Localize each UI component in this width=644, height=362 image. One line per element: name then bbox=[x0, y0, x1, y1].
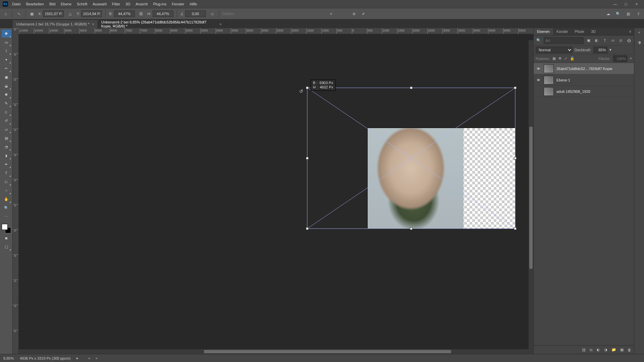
panel-tab-kanäle[interactable]: Kanäle bbox=[553, 28, 571, 35]
vertical-scrollbar[interactable] bbox=[529, 40, 533, 349]
color-panel-icon[interactable]: ◑ bbox=[636, 40, 643, 47]
share-icon[interactable]: ⇪ bbox=[635, 11, 641, 17]
menu-hilfe[interactable]: Hilfe bbox=[187, 1, 200, 7]
crop-tool[interactable]: ✂ bbox=[2, 64, 11, 72]
menu-ansicht[interactable]: Ansicht bbox=[133, 1, 150, 7]
marquee-tool[interactable]: ▭ bbox=[2, 38, 11, 46]
transform-angle-input[interactable] bbox=[185, 10, 206, 17]
transform-bounding-box[interactable] bbox=[307, 88, 515, 229]
menu-3d[interactable]: 3D bbox=[123, 1, 133, 7]
document-tab[interactable]: Unbenannt-1 bei 18,7% (Gruppe 1, RGB/8) … bbox=[13, 20, 98, 28]
filter-image-icon[interactable]: ▣ bbox=[586, 38, 592, 44]
zoom-tool[interactable]: 🔍 bbox=[2, 204, 11, 212]
status-prev-icon[interactable]: ◂ bbox=[88, 356, 90, 360]
skew-icon[interactable]: ◇ bbox=[209, 11, 215, 17]
lock-all-icon[interactable]: 🔒 bbox=[570, 56, 575, 61]
quickmask-icon[interactable]: ◙ bbox=[2, 234, 11, 242]
color-swatches[interactable] bbox=[2, 224, 11, 233]
path-select-tool[interactable]: ▷ bbox=[2, 178, 11, 186]
collapsed-panel-icon[interactable]: « bbox=[636, 30, 643, 37]
frame-tool[interactable]: ▣ bbox=[2, 73, 11, 81]
layer-row[interactable]: 👁26ab471dd8dc52…7828df7 Kopie bbox=[534, 63, 634, 74]
panel-tab-ebenen[interactable]: Ebenen bbox=[534, 28, 553, 35]
dodge-tool[interactable]: ◗ bbox=[2, 152, 11, 160]
transform-x-input[interactable] bbox=[43, 10, 64, 17]
magic-wand-tool[interactable]: ✦ bbox=[2, 56, 11, 64]
layer-name[interactable]: 26ab471dd8dc52…7828df7 Kopie bbox=[556, 67, 632, 71]
layer-fx-icon[interactable]: fx bbox=[590, 348, 593, 352]
menu-bild[interactable]: Bild bbox=[47, 1, 58, 7]
layer-filter-input[interactable] bbox=[544, 37, 584, 44]
transform-handle-w[interactable] bbox=[306, 157, 309, 160]
layer-thumbnail[interactable] bbox=[544, 76, 554, 84]
filter-shape-icon[interactable]: ▭ bbox=[610, 38, 616, 44]
opacity-dropdown-icon[interactable]: ▾ bbox=[609, 48, 611, 52]
layer-thumbnail[interactable] bbox=[544, 87, 554, 96]
transform-handle-s[interactable] bbox=[410, 227, 413, 230]
eyedropper-tool[interactable]: ◒ bbox=[2, 82, 11, 90]
triangle-icon[interactable]: △ bbox=[67, 11, 73, 17]
filter-text-icon[interactable]: T bbox=[602, 38, 608, 44]
lock-artboard-icon[interactable]: ⤢ bbox=[564, 56, 567, 61]
layer-row[interactable]: 👁Ebene 1 bbox=[534, 74, 634, 86]
canvas[interactable]: ↺ B : 6903 Px H : 4602 Px bbox=[19, 34, 533, 354]
link-layers-icon[interactable]: ⛓ bbox=[582, 348, 586, 352]
status-next-icon[interactable]: ▸ bbox=[96, 356, 98, 360]
lock-pixels-icon[interactable]: ▦ bbox=[552, 56, 556, 61]
transform-mode-icon[interactable]: ⤡ bbox=[16, 11, 22, 17]
filter-adjust-icon[interactable]: ◐ bbox=[594, 38, 600, 44]
transform-handle-se[interactable] bbox=[514, 227, 517, 230]
link-wh-icon[interactable]: ⛓ bbox=[138, 11, 144, 17]
hand-tool[interactable]: ✋ bbox=[2, 195, 11, 203]
reference-point-icon[interactable]: ▦ bbox=[29, 11, 35, 17]
fill-input[interactable] bbox=[613, 55, 627, 62]
menu-plug-ins[interactable]: Plug-ins bbox=[150, 1, 169, 7]
filter-toggle-icon[interactable]: ⏻ bbox=[626, 38, 632, 44]
gradient-tool[interactable]: ▤ bbox=[2, 134, 11, 142]
transform-handle-nw[interactable] bbox=[306, 86, 309, 89]
panel-tab-pfade[interactable]: Pfade bbox=[571, 28, 588, 35]
transform-h-input[interactable] bbox=[153, 10, 173, 17]
layer-visibility-icon[interactable]: 👁 bbox=[536, 78, 541, 82]
close-icon[interactable]: × bbox=[219, 22, 221, 26]
horizontal-scrollbar[interactable] bbox=[19, 349, 533, 354]
window-minimize[interactable]: — bbox=[610, 1, 620, 7]
cancel-transform-icon[interactable]: ⊘ bbox=[351, 11, 357, 17]
delete-layer-icon[interactable]: 🗑 bbox=[628, 348, 631, 352]
status-doc-info[interactable]: 4936 Px x 3319 Px (300 ppcm) bbox=[20, 356, 70, 360]
menu-datei[interactable]: Datei bbox=[9, 1, 23, 7]
pen-tool[interactable]: ✒ bbox=[2, 160, 11, 168]
fill-dropdown-icon[interactable]: ▾ bbox=[630, 56, 632, 61]
transform-y-input[interactable] bbox=[81, 10, 102, 17]
status-arrow-icon[interactable]: ▸ bbox=[76, 356, 78, 360]
document-tab[interactable]: Unbenannt-2 bei 8,85% (26ab471dd8dc52b95… bbox=[98, 20, 225, 28]
search-app-icon[interactable]: 🔍 bbox=[615, 11, 621, 17]
transform-handle-n[interactable] bbox=[410, 86, 413, 89]
transform-w-input[interactable] bbox=[114, 10, 135, 17]
menu-auswahl[interactable]: Auswahl bbox=[90, 1, 109, 7]
cloud-docs-icon[interactable]: ☁ bbox=[605, 11, 611, 17]
layer-name[interactable]: Ebene 1 bbox=[556, 78, 632, 82]
clone-stamp-tool[interactable]: ⎌ bbox=[2, 108, 11, 116]
home-icon[interactable]: ⌂ bbox=[3, 11, 9, 17]
close-icon[interactable]: × bbox=[92, 22, 94, 26]
layer-group-icon[interactable]: 📁 bbox=[611, 348, 616, 352]
foreground-color-swatch[interactable] bbox=[2, 224, 8, 230]
move-tool[interactable]: ✥ bbox=[2, 29, 11, 38]
menu-schrift[interactable]: Schrift bbox=[74, 1, 90, 7]
transform-handle-e[interactable] bbox=[514, 157, 517, 160]
transform-handle-sw[interactable] bbox=[306, 227, 309, 230]
eraser-tool[interactable]: ▱ bbox=[2, 125, 11, 133]
window-maximize[interactable]: □ bbox=[621, 1, 631, 7]
layer-visibility-icon[interactable]: 👁 bbox=[536, 67, 541, 71]
layer-row[interactable]: adult-1852908_1920 bbox=[534, 86, 634, 97]
layer-thumbnail[interactable] bbox=[544, 64, 554, 73]
menu-fenster[interactable]: Fenster bbox=[169, 1, 187, 7]
transform-handle-ne[interactable] bbox=[514, 86, 517, 89]
blend-mode-select[interactable]: Normal bbox=[536, 47, 573, 53]
window-close[interactable]: × bbox=[632, 1, 641, 7]
layer-name[interactable]: adult-1852908_1920 bbox=[556, 89, 632, 94]
lasso-tool[interactable]: ⌇ bbox=[2, 47, 11, 55]
commit-transform-icon[interactable]: ✔ bbox=[360, 11, 366, 17]
history-brush-tool[interactable]: ↺ bbox=[2, 117, 11, 125]
